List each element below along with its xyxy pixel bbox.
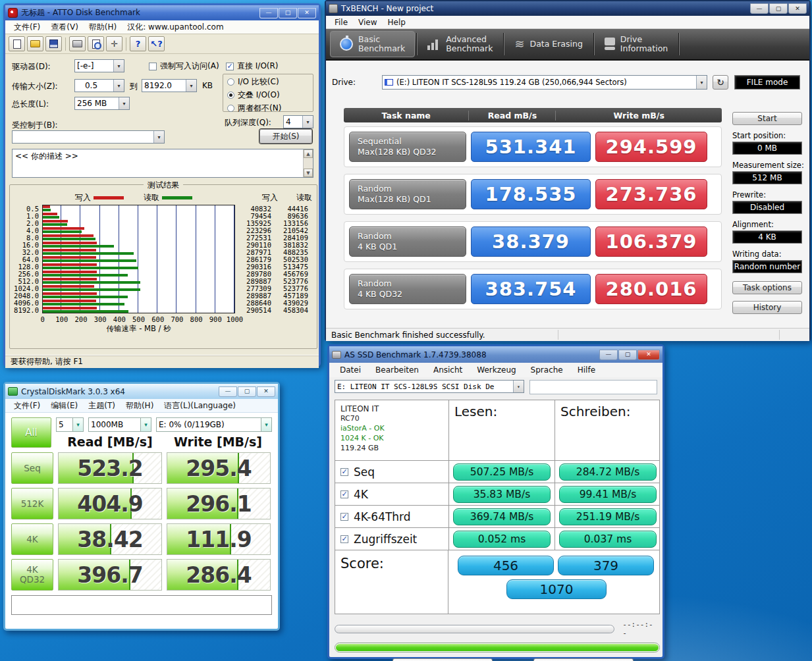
chevron-down-icon[interactable]: ▾ — [302, 116, 313, 128]
tab-basic-benchmark[interactable]: Basic Benchmark — [330, 31, 415, 57]
txbench-menu-item[interactable]: File — [330, 16, 352, 28]
chevron-down-icon[interactable]: ▾ — [119, 97, 129, 109]
total-length-combo[interactable]: 256 MB ▾ — [74, 97, 130, 110]
scroll-up-icon[interactable]: ▲ — [304, 149, 313, 158]
close-button[interactable]: ✕ — [788, 3, 807, 14]
checkbox-checked-icon[interactable] — [340, 490, 348, 498]
new-file-button[interactable] — [9, 36, 25, 51]
minimize-button[interactable]: — — [219, 386, 237, 397]
checkbox-checked-icon[interactable] — [340, 535, 348, 543]
asssd-menu-item[interactable]: Datei — [333, 364, 367, 376]
cdm-menu-item[interactable]: 主题(T) — [84, 399, 120, 413]
atto-titlebar[interactable]: 无标题 - ATTO Disk Benchmark — □ ✕ — [5, 5, 319, 20]
atto-menu-item[interactable]: 汉化: www.upantool.com — [122, 20, 228, 34]
maximize-button[interactable]: □ — [279, 8, 297, 18]
write-bar — [42, 263, 97, 266]
maximize-button[interactable]: ▢ — [769, 3, 788, 14]
task-options-button[interactable]: Task options — [732, 281, 802, 294]
cdm-menu-item[interactable]: 编辑(E) — [46, 399, 82, 413]
chevron-down-icon[interactable]: ▾ — [140, 418, 151, 431]
context-help-button[interactable]: ↖? — [148, 36, 165, 51]
test-button[interactable]: 4K QD32 — [11, 559, 53, 591]
chevron-down-icon[interactable]: ▾ — [186, 80, 196, 92]
checkbox-checked-icon[interactable] — [340, 468, 348, 476]
target-drive-combo[interactable]: E: 0% (0/119GB) ▾ — [156, 417, 272, 432]
close-button[interactable]: ✕ — [298, 8, 316, 18]
chevron-down-icon[interactable]: ▾ — [153, 131, 164, 143]
desktop: { "atto": { "title": "无标题 - ATTO Disk Be… — [0, 0, 812, 661]
eraser-icon: ≋ — [514, 38, 524, 50]
test-button[interactable]: Seq — [11, 452, 53, 484]
asssd-titlebar[interactable]: AS SSD Benchmark 1.7.4739.38088 — ▢ ✕ — [329, 346, 663, 363]
cdm-menu-item[interactable]: 帮助(H) — [121, 399, 158, 413]
checkbox-checked-icon[interactable] — [340, 513, 348, 521]
tab-advanced-benchmark[interactable]: Advanced Benchmark — [418, 31, 502, 57]
asssd-menu-item[interactable]: Bearbeiten — [369, 364, 425, 376]
neither-radio[interactable]: 两者都不(N) — [227, 103, 309, 114]
minimize-button[interactable]: — — [750, 3, 769, 14]
transfer-to-combo[interactable]: 8192.0 ▾ — [142, 79, 197, 92]
description-box[interactable]: << 你的描述 >> ▲ ▼ — [12, 149, 313, 178]
drive-label: 驱动器(D): — [12, 61, 51, 72]
help-button[interactable]: ? — [130, 36, 146, 51]
close-button[interactable]: ✕ — [257, 386, 275, 397]
asssd-menu-item[interactable]: Sprache — [524, 364, 570, 376]
refresh-drive-button[interactable]: ↻ — [713, 75, 728, 90]
controlled-by-combo[interactable]: ▾ — [12, 130, 165, 144]
cdm-menu-item[interactable]: 语言(L)(Language) — [159, 399, 240, 413]
maximize-button[interactable]: ▢ — [618, 350, 637, 360]
atto-menu-item[interactable]: 查看(V) — [46, 20, 83, 34]
asssd-drive-combo[interactable]: E: LITEON IT SCS-128L9S SCSI Disk De ▾ — [335, 380, 524, 393]
start-button[interactable]: 开始(S) — [259, 129, 312, 144]
cdm-menu-item[interactable]: 文件(F) — [9, 399, 45, 413]
atto-menu-item[interactable]: 文件(F) — [9, 20, 45, 34]
cdm-rows: Seq 523.2 295.4 512K — [11, 452, 272, 591]
minimize-button[interactable]: — — [259, 8, 278, 18]
tab-data-erasing[interactable]: ≋ Data Erasing — [505, 31, 591, 57]
comment-box[interactable] — [11, 595, 272, 615]
test-count-combo[interactable]: 5 ▾ — [56, 417, 84, 432]
txbench-titlebar[interactable]: TxBENCH - New project — ▢ ✕ — [326, 1, 809, 16]
asssd-cancel-button[interactable]: Abbrechen — [533, 658, 634, 661]
print-preview-button[interactable] — [88, 36, 104, 51]
print-button[interactable] — [69, 36, 86, 51]
txbench-drive-combo[interactable]: (E:) LITEON IT SCS-128L9S 119.24 GB (250… — [382, 75, 707, 90]
bar-track — [42, 299, 234, 306]
atto-menu-item[interactable]: 帮助(H) — [84, 20, 121, 34]
all-tests-button[interactable]: All — [11, 417, 51, 448]
scrollbar[interactable]: ▲ ▼ — [303, 149, 313, 177]
chevron-down-icon[interactable]: ▾ — [113, 80, 124, 92]
cdm-titlebar[interactable]: CrystalDiskMark 3.0.3 x64 — ▢ ✕ — [5, 384, 278, 399]
transfer-from-combo[interactable]: 0.5 ▾ — [74, 79, 124, 92]
save-button[interactable] — [45, 36, 62, 51]
maximize-button[interactable]: ▢ — [238, 386, 256, 397]
txbench-start-button[interactable]: Start — [732, 112, 802, 125]
overlapped-io-radio[interactable]: 交叠 I/O(O) — [227, 90, 309, 101]
chevron-down-icon[interactable]: ▾ — [696, 76, 707, 89]
test-size-combo[interactable]: 1000MB ▾ — [88, 417, 151, 432]
chevron-down-icon[interactable]: ▾ — [513, 381, 524, 392]
history-button[interactable]: History — [732, 301, 802, 314]
direct-io-checkbox[interactable]: 直接 I/O(R) — [226, 61, 279, 72]
drive-combo[interactable]: [-e-] ▾ — [74, 59, 124, 72]
asssd-menu-item[interactable]: Ansicht — [427, 364, 469, 376]
test-button[interactable]: 4K — [11, 523, 53, 555]
txbench-menu-item[interactable]: View — [354, 16, 381, 28]
chevron-down-icon[interactable]: ▾ — [72, 418, 83, 431]
txbench-menu-item[interactable]: Help — [383, 16, 410, 28]
test-button[interactable]: 512K — [11, 488, 53, 519]
asssd-menu-item[interactable]: Hilfe — [571, 364, 602, 376]
io-compare-radio[interactable]: I/O 比较(C) — [227, 76, 309, 88]
queue-depth-combo[interactable]: 4 ▾ — [283, 115, 313, 128]
open-file-button[interactable] — [27, 36, 43, 51]
force-write-checkbox[interactable]: 强制写入访问(A) — [149, 61, 219, 72]
minimize-button[interactable]: — — [599, 350, 618, 360]
tab-drive-information[interactable]: Drive Information — [595, 31, 677, 57]
close-button[interactable]: ✕ — [637, 350, 660, 360]
asssd-menu-item[interactable]: Werkzeug — [470, 364, 522, 376]
asssd-start-button[interactable]: Start — [392, 658, 493, 661]
chevron-down-icon[interactable]: ▾ — [261, 418, 271, 431]
scroll-down-icon[interactable]: ▼ — [304, 169, 313, 177]
pan-button[interactable]: ✛ — [106, 36, 122, 51]
chevron-down-icon[interactable]: ▾ — [113, 60, 124, 72]
